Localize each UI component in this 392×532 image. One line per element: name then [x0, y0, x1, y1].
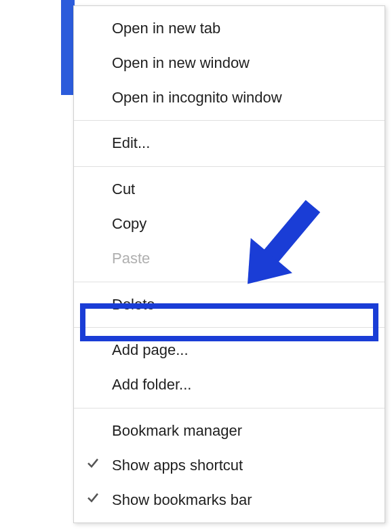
menu-item-copy[interactable]: Copy — [74, 207, 385, 242]
menu-item-show-bookmarks-bar[interactable]: Show bookmarks bar — [74, 483, 385, 518]
menu-item-cut[interactable]: Cut — [74, 172, 385, 207]
menu-section-open: Open in new tab Open in new window Open … — [74, 6, 385, 121]
menu-item-label: Edit... — [112, 134, 150, 151]
menu-item-edit[interactable]: Edit... — [74, 126, 385, 161]
menu-item-label: Open in new tab — [112, 20, 220, 37]
context-menu: Open in new tab Open in new window Open … — [73, 5, 385, 523]
checkmark-icon — [86, 455, 100, 476]
menu-item-label: Copy — [112, 215, 146, 232]
menu-item-delete[interactable]: Delete — [74, 288, 385, 322]
checkmark-icon — [86, 490, 100, 511]
menu-item-label: Delete — [112, 296, 155, 313]
menu-item-label: Add page... — [112, 341, 189, 358]
menu-item-label: Open in incognito window — [112, 89, 282, 106]
menu-item-add-page[interactable]: Add page... — [74, 333, 385, 368]
menu-item-label: Bookmark manager — [112, 422, 242, 439]
menu-item-label: Add folder... — [112, 376, 191, 393]
menu-item-open-new-tab[interactable]: Open in new tab — [74, 12, 385, 46]
menu-section-bookmarks: Bookmark manager Show apps shortcut Show… — [74, 408, 385, 522]
menu-item-open-new-window[interactable]: Open in new window — [74, 46, 385, 81]
menu-item-bookmark-manager[interactable]: Bookmark manager — [74, 414, 385, 449]
menu-section-delete: Delete — [74, 282, 385, 328]
menu-item-label: Show apps shortcut — [112, 457, 243, 474]
menu-section-add: Add page... Add folder... — [74, 328, 385, 408]
menu-item-show-apps-shortcut[interactable]: Show apps shortcut — [74, 449, 385, 483]
menu-section-clipboard: Cut Copy Paste — [74, 167, 385, 282]
menu-item-label: Show bookmarks bar — [112, 491, 252, 508]
menu-item-label: Paste — [112, 250, 150, 267]
menu-item-open-incognito[interactable]: Open in incognito window — [74, 81, 385, 115]
menu-item-label: Cut — [112, 180, 135, 197]
background-blue-strip — [61, 0, 75, 95]
menu-item-paste: Paste — [74, 242, 385, 276]
menu-item-label: Open in new window — [112, 54, 250, 71]
menu-section-edit: Edit... — [74, 121, 385, 167]
menu-item-add-folder[interactable]: Add folder... — [74, 368, 385, 402]
